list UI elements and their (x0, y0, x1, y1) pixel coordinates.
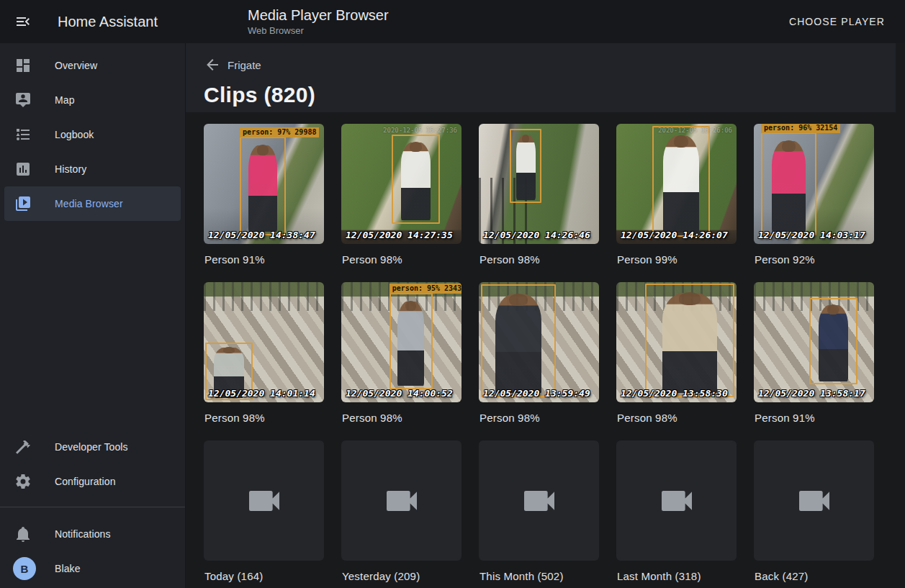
clip-caption: Person 92% (755, 253, 874, 268)
clip-timestamp: 12/05/2020 14:00:52 (346, 388, 453, 399)
notifications-label: Notifications (55, 528, 111, 540)
clip-thumbnail[interactable]: 12/05/2020 13:58:30 (616, 282, 737, 402)
sidebar-nav: Overview Map Logbook History Media Brows… (0, 48, 185, 221)
folder-thumbnail[interactable] (204, 440, 324, 561)
clip-caption: Person 98% (479, 253, 599, 268)
video-icon (519, 481, 559, 521)
clip-timestamp: 12/05/2020 13:58:17 (758, 388, 865, 399)
sidebar-item-profile[interactable]: B Blake (0, 551, 185, 586)
media-grid-area: person: 97% 29988 12/05/2020 14:38:47 Pe… (186, 112, 905, 588)
detection-label: person: 96% 32154 (761, 124, 840, 133)
folder-card-2[interactable]: This Month (502) (479, 440, 599, 584)
clip-timestamp: 12/05/2020 13:59:49 (483, 388, 590, 399)
folder-card-0[interactable]: Today (164) (204, 440, 324, 584)
clip-card[interactable]: person: 97% 29988 12/05/2020 14:38:47 Pe… (204, 124, 324, 268)
video-icon (794, 481, 834, 521)
clip-caption: Person 98% (479, 412, 599, 426)
clip-timestamp: 12/05/2020 14:01:14 (208, 388, 315, 399)
person-figure (495, 294, 541, 397)
clip-caption: Person 98% (204, 412, 324, 426)
clip-thumbnail[interactable]: 2020-12-05 15:27:36 12/05/2020 14:27:35 (341, 124, 461, 244)
folder-caption: Last Month (318) (617, 570, 737, 584)
person-figure (516, 135, 536, 203)
clip-card[interactable]: 2020-12-05 15:26:06 12/05/2020 14:26:07 … (616, 124, 737, 268)
arrow-left-icon (204, 56, 221, 73)
clip-timestamp: 12/05/2020 14:26:07 (621, 230, 728, 240)
clip-card[interactable]: person: 95% 23432 12/05/2020 14:00:52 Pe… (341, 282, 461, 426)
clip-timestamp: 12/05/2020 14:03:17 (758, 230, 865, 240)
menu-open-button[interactable] (14, 13, 32, 30)
camera-timestamp-secondary: 2020-12-05 15:26:06 (658, 127, 732, 134)
bell-icon (14, 525, 32, 543)
detection-label: person: 97% 29988 (240, 127, 319, 137)
folder-thumbnail[interactable] (341, 440, 461, 561)
media-browser-panel: Frigate Clips (820) person: 97% 29988 12… (186, 43, 905, 588)
clip-thumbnail[interactable]: 12/05/2020 13:59:49 (479, 282, 599, 402)
clip-card[interactable]: 2020-12-05 15:27:36 12/05/2020 14:27:35 … (341, 124, 461, 268)
clip-card[interactable]: 12/05/2020 14:01:14 Person 98% (204, 282, 324, 426)
sidebar-item-history[interactable]: History (0, 152, 185, 186)
folder-card-3[interactable]: Last Month (318) (616, 440, 737, 584)
breadcrumb[interactable]: Frigate (204, 56, 261, 73)
clip-thumbnail[interactable]: person: 97% 29988 12/05/2020 14:38:47 (204, 124, 324, 244)
sidebar-item-logbook[interactable]: Logbook (0, 117, 185, 152)
panel-title-block: Media Player Browser Web Browser (248, 7, 783, 37)
video-icon (382, 481, 422, 521)
sidebar-item-overview[interactable]: Overview (0, 48, 185, 83)
clip-card[interactable]: person: 96% 32154 12/05/2020 14:03:17 Pe… (754, 124, 874, 268)
sidebar-item-notifications[interactable]: Notifications (0, 517, 185, 551)
detection-label: person: 95% 23432 (390, 284, 461, 294)
person-figure (248, 145, 276, 235)
folder-caption: Back (427) (755, 570, 874, 584)
person-figure (772, 140, 806, 235)
clip-caption: Person 91% (204, 253, 324, 268)
folder-thumbnail[interactable] (616, 440, 737, 561)
sidebar-item-map[interactable]: Map (0, 83, 185, 117)
media-browser-icon (14, 195, 32, 212)
sidebar-item-developer-tools[interactable]: Developer Tools (0, 430, 185, 464)
sidebar-item-configuration[interactable]: Configuration (0, 464, 185, 499)
sidebar-header: Home Assistant (0, 13, 186, 30)
clip-caption: Person 98% (342, 253, 461, 268)
clip-caption: Person 98% (617, 412, 737, 426)
person-figure (397, 301, 424, 389)
sidebar-item-media-browser[interactable]: Media Browser (4, 186, 181, 221)
choose-player-button[interactable]: CHOOSE PLAYER (783, 10, 891, 33)
clip-card[interactable]: 12/05/2020 13:58:30 Person 98% (616, 282, 737, 426)
folder-thumbnail[interactable] (479, 440, 599, 561)
app-window: Home Assistant Media Player Browser Web … (0, 0, 905, 588)
clip-thumbnail[interactable]: 2020-12-05 15:26:06 12/05/2020 14:26:07 (616, 124, 737, 244)
clip-caption: Person 98% (342, 412, 461, 426)
clip-thumbnail[interactable]: person: 95% 23432 12/05/2020 14:00:52 (341, 282, 461, 402)
clip-card[interactable]: 12/05/2020 13:59:49 Person 98% (479, 282, 599, 426)
media-grid: person: 97% 29988 12/05/2020 14:38:47 Pe… (204, 124, 876, 584)
page-title: Clips (820) (204, 83, 905, 107)
folder-thumbnail[interactable] (754, 440, 874, 561)
person-figure (819, 304, 848, 384)
panel-subtitle: Web Browser (248, 26, 783, 37)
clip-thumbnail[interactable]: 12/05/2020 14:01:14 (204, 282, 324, 402)
sidebar: Overview Map Logbook History Media Brows… (0, 43, 186, 588)
clip-card[interactable]: 12/05/2020 13:58:17 Person 91% (754, 282, 874, 426)
map-account-icon (14, 91, 32, 109)
clip-thumbnail[interactable]: 12/05/2020 14:26:46 (479, 124, 599, 244)
avatar: B (13, 557, 36, 580)
person-figure (663, 135, 699, 237)
hammer-icon (14, 438, 32, 456)
app-header: Home Assistant Media Player Browser Web … (0, 0, 905, 43)
sidebar-divider (0, 507, 185, 507)
clip-caption: Person 99% (617, 253, 737, 268)
breadcrumb-label: Frigate (228, 59, 261, 71)
person-figure (662, 292, 718, 397)
view-dashboard-icon (14, 57, 32, 74)
folder-card-1[interactable]: Yesterday (209) (341, 440, 461, 584)
clip-thumbnail[interactable]: 12/05/2020 13:58:17 (754, 282, 874, 402)
person-figure (401, 142, 431, 224)
clip-timestamp: 12/05/2020 14:38:47 (208, 230, 315, 240)
panel-title: Media Player Browser (248, 7, 783, 24)
folder-card-4[interactable]: Back (427) (754, 440, 874, 584)
clip-timestamp: 12/05/2020 13:58:30 (621, 388, 728, 399)
clip-thumbnail[interactable]: person: 96% 32154 12/05/2020 14:03:17 (754, 124, 874, 244)
clip-card[interactable]: 12/05/2020 14:26:46 Person 98% (479, 124, 599, 268)
folder-caption: Today (164) (204, 570, 324, 584)
